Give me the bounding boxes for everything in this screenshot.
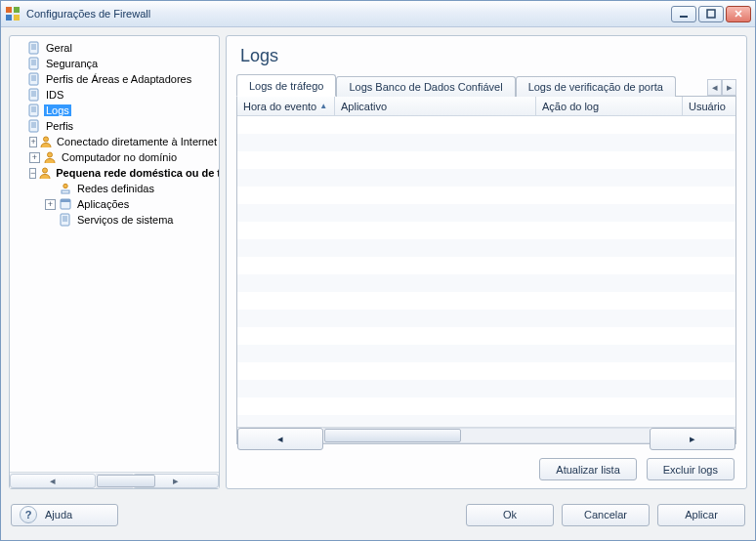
svg-rect-14 — [29, 73, 38, 85]
page-icon — [26, 40, 42, 56]
tab-logs-verificacao-porta[interactable]: Logs de verificação de porta — [516, 76, 676, 97]
clear-logs-button[interactable]: Excluir logs — [647, 458, 735, 480]
expand-icon[interactable]: + — [29, 152, 40, 163]
log-actions: Atualizar lista Excluir logs — [236, 444, 736, 480]
profile-icon — [38, 165, 52, 181]
svg-rect-36 — [61, 199, 70, 202]
svg-rect-1 — [14, 7, 20, 13]
svg-rect-3 — [14, 15, 20, 21]
svg-rect-4 — [680, 16, 688, 18]
tree-item-redes-definidas[interactable]: Redes definidas — [10, 181, 219, 196]
firewall-settings-window: Configurações de Firewall Geral — [0, 0, 756, 541]
tree-item-perfis[interactable]: Perfis — [10, 118, 219, 134]
svg-rect-5 — [707, 10, 715, 18]
collapse-icon[interactable]: − — [29, 168, 36, 179]
svg-rect-6 — [29, 42, 38, 54]
svg-rect-2 — [6, 15, 12, 21]
nav-tree-pane: Geral Segurança Perfis de Áreas e Adapta… — [9, 35, 220, 489]
tree-item-geral[interactable]: Geral — [10, 40, 219, 56]
page-icon — [26, 87, 42, 103]
minimize-button[interactable] — [671, 6, 696, 22]
tab-scroll-right[interactable]: ▸ — [722, 79, 736, 96]
close-button[interactable] — [726, 6, 751, 22]
tab-logs-bd-confiavel[interactable]: Logs Banco de Dados Confiável — [336, 76, 515, 97]
svg-point-33 — [63, 184, 67, 187]
svg-rect-22 — [29, 104, 38, 116]
tree-item-perfis-areas[interactable]: Perfis de Áreas e Adaptadores — [10, 71, 219, 87]
refresh-list-button[interactable]: Atualizar lista — [539, 458, 636, 480]
svg-rect-10 — [29, 58, 38, 69]
svg-rect-26 — [29, 120, 38, 132]
tree-item-logs[interactable]: Logs — [10, 103, 219, 118]
svg-rect-34 — [62, 190, 69, 193]
sort-asc-icon: ▲ — [319, 102, 327, 110]
scroll-thumb[interactable] — [97, 475, 155, 487]
scroll-thumb[interactable] — [324, 429, 461, 442]
svg-rect-18 — [29, 89, 38, 101]
profile-icon — [42, 149, 58, 165]
tab-logs-trafego[interactable]: Logs de tráfego — [236, 74, 336, 97]
svg-rect-37 — [61, 214, 69, 226]
profile-icon — [39, 134, 53, 149]
grid-hscrollbar[interactable]: ◂ ▸ — [237, 427, 735, 443]
log-tabs: Logs de tráfego Logs Banco de Dados Conf… — [236, 74, 736, 96]
window-title: Configurações de Firewall — [26, 8, 671, 20]
column-usuario[interactable]: Usuário — [683, 97, 735, 115]
svg-point-31 — [48, 152, 53, 157]
cancel-button[interactable]: Cancelar — [562, 504, 650, 526]
tree-item-pequena-rede[interactable]: − Pequena rede doméstica ou de trabalho — [10, 165, 219, 181]
tree-hscrollbar[interactable]: ◂ ▸ — [10, 472, 219, 488]
expand-icon[interactable]: + — [45, 199, 56, 210]
apply-button[interactable]: Aplicar — [657, 504, 745, 526]
tree-item-servicos-sistema[interactable]: Serviços de sistema — [10, 212, 219, 228]
svg-rect-0 — [6, 7, 12, 13]
maximize-button[interactable] — [698, 6, 724, 22]
page-icon — [26, 118, 42, 134]
page-icon — [26, 103, 42, 118]
tree-item-aplicacoes[interactable]: + Aplicações — [10, 196, 219, 212]
nav-tree[interactable]: Geral Segurança Perfis de Áreas e Adapta… — [10, 36, 219, 472]
help-button[interactable]: ? Ajuda — [11, 504, 118, 526]
svg-point-30 — [44, 137, 49, 142]
column-aplicativo[interactable]: Aplicativo — [335, 97, 536, 115]
expand-icon[interactable]: + — [29, 137, 37, 147]
help-icon: ? — [20, 506, 37, 523]
app-icon — [5, 6, 21, 21]
page-icon — [26, 56, 42, 71]
dialog-buttons: ? Ajuda Ok Cancelar Aplicar — [9, 495, 747, 534]
scroll-left-button[interactable]: ◂ — [10, 474, 96, 488]
scroll-track[interactable] — [96, 474, 133, 488]
page-icon — [26, 71, 42, 87]
tree-item-seguranca[interactable]: Segurança — [10, 56, 219, 71]
titlebar[interactable]: Configurações de Firewall — [1, 1, 755, 27]
network-icon — [58, 181, 73, 196]
tree-item-computador-dominio[interactable]: + Computador no domínio — [10, 149, 219, 165]
applications-icon — [58, 196, 73, 212]
tab-scroll: ◂ ▸ — [707, 79, 736, 96]
page-title: Logs — [240, 46, 736, 66]
services-icon — [58, 212, 73, 228]
column-acao-log[interactable]: Ação do log — [536, 97, 683, 115]
window-controls — [671, 6, 751, 22]
content-pane: Logs Logs de tráfego Logs Banco de Dados… — [226, 35, 747, 489]
ok-button[interactable]: Ok — [466, 504, 554, 526]
tab-scroll-left[interactable]: ◂ — [707, 79, 722, 96]
grid-header: Hora do evento ▲ Aplicativo Ação do log … — [237, 97, 735, 116]
column-hora-evento[interactable]: Hora do evento ▲ — [237, 97, 335, 115]
svg-point-32 — [43, 168, 48, 173]
log-grid: Hora do evento ▲ Aplicativo Ação do log … — [236, 96, 736, 444]
grid-body[interactable] — [237, 116, 735, 427]
tree-item-conectado-internet[interactable]: + Conectado diretamente à Internet — [10, 134, 219, 149]
tree-item-ids[interactable]: IDS — [10, 87, 219, 103]
